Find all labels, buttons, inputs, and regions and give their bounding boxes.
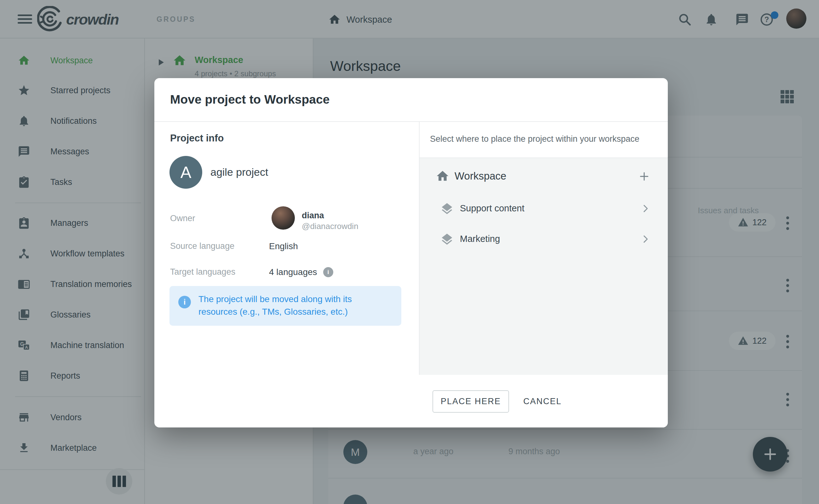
info-icon: i (178, 296, 191, 308)
move-note: i The project will be moved along with i… (169, 286, 401, 326)
chevron-right-icon (640, 203, 651, 214)
placement-pane: Select where to place the project within… (419, 121, 668, 427)
crowdin-app: crowdin GROUPS Workspace ? Workspace (0, 0, 819, 504)
note-text: The project will be moved along with its… (198, 293, 352, 318)
tree-item-label: Marketing (460, 234, 500, 244)
note-line: resources (e.g., TMs, Glossaries, etc.) (198, 306, 352, 318)
source-language-value: English (269, 241, 298, 251)
layers-icon (440, 202, 454, 216)
project-info-pane: Project info A agile project Owner diana… (154, 121, 419, 427)
chevron-right-icon (640, 234, 651, 244)
place-here-button[interactable]: PLACE HERE (432, 390, 509, 413)
layers-icon (440, 232, 454, 246)
tree-item-label: Support content (460, 203, 524, 214)
note-line: The project will be moved along with its (198, 293, 352, 306)
tree-item-support-content[interactable]: Support content (420, 196, 668, 225)
owner-avatar (272, 206, 295, 230)
source-language-label: Source language (170, 241, 234, 251)
home-icon (436, 169, 450, 183)
info-icon[interactable]: i (323, 267, 333, 277)
owner-label: Owner (170, 214, 195, 223)
add-group-icon[interactable] (638, 170, 650, 183)
section-heading: Project info (170, 133, 224, 144)
cancel-button[interactable]: CANCEL (514, 390, 571, 413)
placement-prompt: Select where to place the project within… (430, 134, 639, 144)
tree-item-marketing[interactable]: Marketing (420, 227, 668, 255)
workspace-tree: Workspace Support content Marketing (420, 158, 668, 375)
move-project-dialog: Move project to Workspace Project info A… (154, 78, 668, 427)
owner-handle: @dianacrowdin (302, 221, 358, 231)
owner-name: diana (302, 210, 324, 221)
target-languages-value: 4 languages (269, 267, 317, 277)
project-avatar: A (169, 156, 202, 189)
dialog-title: Move project to Workspace (170, 92, 329, 107)
target-languages-label: Target languages (170, 267, 235, 277)
project-name: agile project (210, 166, 268, 178)
tree-root-workspace[interactable]: Workspace (455, 170, 506, 182)
dialog-footer: PLACE HERE CANCEL (420, 375, 668, 427)
